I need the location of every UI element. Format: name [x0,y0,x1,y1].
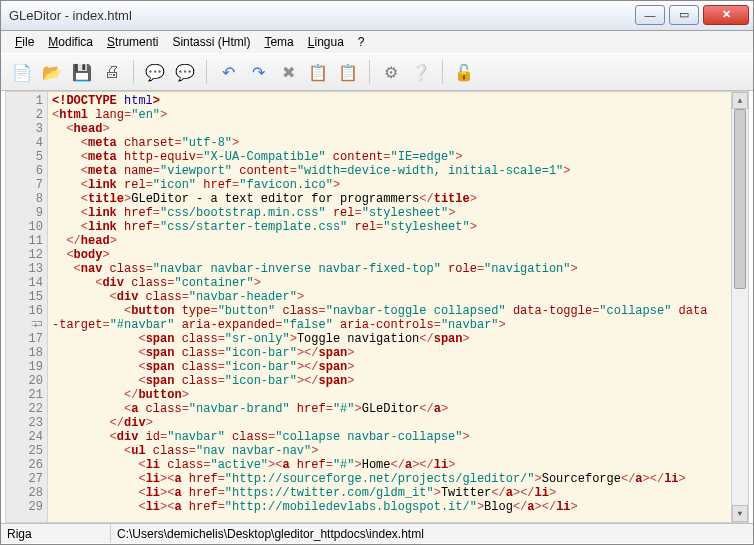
code-line[interactable]: </button> [52,388,727,402]
code-area[interactable]: <!DOCTYPE html><html lang="en"> <head> <… [48,92,731,522]
line-number: 12 [6,248,43,262]
cut-icon[interactable]: ✖ [275,59,301,85]
code-line[interactable]: <!DOCTYPE html> [52,94,727,108]
code-line[interactable]: </div> [52,416,727,430]
code-line[interactable]: <body> [52,248,727,262]
line-number: 7 [6,178,43,192]
code-line[interactable]: -target="#navbar" aria-expanded="false" … [52,318,727,332]
line-number: 10 [6,220,43,234]
code-line[interactable]: <li><a href="http://mobiledevlabs.blogsp… [52,500,727,514]
line-number: 3 [6,122,43,136]
toolbar-separator [369,60,370,84]
line-number: 6 [6,164,43,178]
code-line[interactable]: <meta charset="utf-8"> [52,136,727,150]
line-number: 25 [6,444,43,458]
line-number: 23 [6,416,43,430]
menu--[interactable]: ? [352,33,371,51]
code-line[interactable]: <span class="icon-bar"></span> [52,360,727,374]
save-icon[interactable]: 💾 [69,59,95,85]
scroll-down-button[interactable]: ▼ [732,505,748,522]
comment-icon[interactable]: 💬 [142,59,168,85]
line-number: 27 [6,472,43,486]
paste-icon[interactable]: 📋 [335,59,361,85]
line-number: 24 [6,430,43,444]
vertical-scrollbar[interactable]: ▲ ▼ [731,92,748,522]
code-line[interactable]: <span class="icon-bar"></span> [52,374,727,388]
code-line[interactable]: <li><a href="http://sourceforge.net/proj… [52,472,727,486]
menu-modifica[interactable]: Modifica [42,33,99,51]
comment-alt-icon[interactable]: 💬 [172,59,198,85]
redo-icon[interactable]: ↷ [245,59,271,85]
line-number: 14 [6,276,43,290]
code-line[interactable]: <link rel="icon" href="favicon.ico"> [52,178,727,192]
code-line[interactable]: <html lang="en"> [52,108,727,122]
scroll-up-button[interactable]: ▲ [732,92,748,109]
status-line-label: Riga [1,524,111,543]
line-number: 9 [6,206,43,220]
window-title: GLeDitor - index.html [9,8,631,23]
line-number: 4 [6,136,43,150]
close-button[interactable]: ✕ [703,5,749,25]
open-file-icon[interactable]: 📂 [39,59,65,85]
line-number: 16 [6,304,43,318]
scroll-thumb[interactable] [734,109,746,289]
menubar: FileModificaStrumentiSintassi (Html)Tema… [1,31,753,53]
settings-icon[interactable]: ⚙ [378,59,404,85]
code-line[interactable]: <link href="css/starter-template.css" re… [52,220,727,234]
code-line[interactable]: <button type="button" class="navbar-togg… [52,304,727,318]
line-number: 2 [6,108,43,122]
line-number: 5 [6,150,43,164]
code-line[interactable]: <div class="container"> [52,276,727,290]
toolbar-separator [442,60,443,84]
menu-strumenti[interactable]: Strumenti [101,33,164,51]
help-icon[interactable]: ❔ [408,59,434,85]
toolbar-separator [206,60,207,84]
statusbar: Riga C:\Users\demichelis\Desktop\gledito… [1,523,753,543]
new-file-icon[interactable]: 📄 [9,59,35,85]
code-line[interactable]: <span class="sr-only">Toggle navigation<… [52,332,727,346]
code-line[interactable]: <li><a href="https://twitter.com/gldm_it… [52,486,727,500]
line-number: 21 [6,388,43,402]
code-editor[interactable]: 12345678910111213141516⮒1718192021222324… [5,91,749,523]
code-line[interactable]: <li class="active"><a href="#">Home</a><… [52,458,727,472]
undo-icon[interactable]: ↶ [215,59,241,85]
line-number: 17 [6,332,43,346]
unlock-icon[interactable]: 🔓 [451,59,477,85]
line-number: 18 [6,346,43,360]
print-icon[interactable]: 🖨 [99,59,125,85]
window-controls: — ▭ ✕ [631,5,749,27]
line-number: 22 [6,402,43,416]
line-number: 1 [6,94,43,108]
code-line[interactable]: </head> [52,234,727,248]
line-number: 26 [6,458,43,472]
code-line[interactable]: <nav class="navbar navbar-inverse navbar… [52,262,727,276]
code-line[interactable]: <div class="navbar-header"> [52,290,727,304]
code-line[interactable]: <link href="css/bootstrap.min.css" rel="… [52,206,727,220]
minimize-button[interactable]: — [635,5,665,25]
menu-tema[interactable]: Tema [258,33,299,51]
titlebar: GLeDitor - index.html — ▭ ✕ [1,1,753,31]
maximize-button[interactable]: ▭ [669,5,699,25]
code-line[interactable]: <meta name="viewport" content="width=dev… [52,164,727,178]
code-line[interactable]: <a class="navbar-brand" href="#">GLeDito… [52,402,727,416]
code-line[interactable]: <span class="icon-bar"></span> [52,346,727,360]
line-number: 29 [6,500,43,514]
code-line[interactable]: <head> [52,122,727,136]
line-number: 8 [6,192,43,206]
code-line[interactable]: <meta http-equiv="X-UA-Compatible" conte… [52,150,727,164]
line-number: 28 [6,486,43,500]
line-number-gutter: 12345678910111213141516⮒1718192021222324… [6,92,48,522]
toolbar: 📄📂💾🖨💬💬↶↷✖📋📋⚙❔🔓 [1,53,753,91]
code-line[interactable]: <title>GLeDitor - a text editor for prog… [52,192,727,206]
menu-sintassi-html-[interactable]: Sintassi (Html) [166,33,256,51]
line-number: 11 [6,234,43,248]
code-line[interactable]: <ul class="nav navbar-nav"> [52,444,727,458]
menu-lingua[interactable]: Lingua [302,33,350,51]
copy-icon[interactable]: 📋 [305,59,331,85]
line-number: 13 [6,262,43,276]
code-line[interactable]: <div id="navbar" class="collapse navbar-… [52,430,727,444]
menu-file[interactable]: File [9,33,40,51]
line-number: ⮒ [6,318,43,332]
line-number: 19 [6,360,43,374]
line-number: 20 [6,374,43,388]
